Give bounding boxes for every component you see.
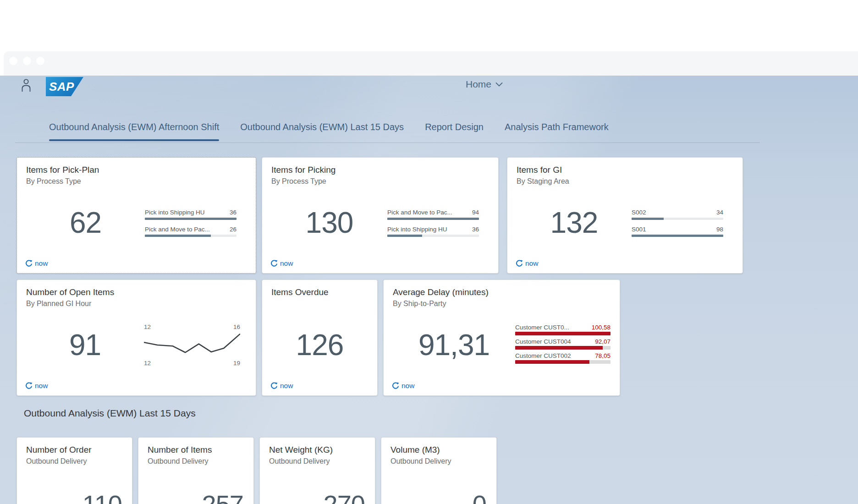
tile-subtitle: By Process Type <box>26 177 247 186</box>
tile-volume[interactable]: Volume (M3) Outbound Delivery 0 <box>381 437 497 504</box>
kpi-value: 0 <box>473 492 486 504</box>
bar-value: 92,07 <box>595 338 610 345</box>
home-menu-button[interactable]: Home <box>466 79 503 90</box>
bar-fill <box>632 235 723 237</box>
kpi-value: 130 <box>271 208 387 237</box>
bar-track <box>145 218 236 220</box>
refresh-now-button[interactable]: now <box>25 259 48 268</box>
tile-subtitle: Outbound Delivery <box>269 457 366 466</box>
window-titlebar <box>4 51 858 76</box>
bar-label: S001 <box>632 226 646 233</box>
titlebar-dot <box>9 57 17 65</box>
bar-label: Pick and Move to Pac... <box>387 209 452 216</box>
chevron-down-icon <box>495 82 503 87</box>
refresh-icon <box>25 382 33 389</box>
refresh-label: now <box>35 259 48 268</box>
bar-fill <box>387 235 422 237</box>
tile-title: Number of Open Items <box>26 287 247 297</box>
bar-track <box>387 218 479 220</box>
tile-items-for-pick-plan[interactable]: Items for Pick-Plan By Process Type 62 P… <box>16 157 256 274</box>
tile-title: Average Delay (minutes) <box>393 287 610 297</box>
tile-items-for-picking[interactable]: Items for Picking By Process Type 130 Pi… <box>262 157 499 274</box>
bar-label: Pick into Shipping HU <box>145 209 205 216</box>
kpi-value: 110 <box>82 492 122 504</box>
bar-value: 78,05 <box>595 352 610 359</box>
tile-title: Items Overdue <box>271 287 368 297</box>
tile-title: Items for Picking <box>271 165 489 175</box>
tile-subtitle: Outbound Delivery <box>148 457 244 466</box>
comparison-row: Pick and Move to Pac...26 <box>145 226 236 237</box>
tile-items-for-gi[interactable]: Items for GI By Staging Area 132 S00234 … <box>507 157 743 274</box>
refresh-now-button[interactable]: now <box>516 259 538 268</box>
refresh-label: now <box>280 259 293 268</box>
bar-track <box>632 218 723 220</box>
tile-subtitle: By Ship-to-Party <box>393 300 610 308</box>
tile-title: Net Weight (KG) <box>269 445 366 455</box>
tab-last-15-days[interactable]: Outbound Analysis (EWM) Last 15 Days <box>240 122 404 132</box>
bar-label: Customer CUST0... <box>515 324 569 331</box>
comparison-row: Pick into Shipping HU36 <box>145 209 236 220</box>
tile-title: Items for GI <box>517 165 733 175</box>
bar-value: 94 <box>472 209 479 216</box>
comparison-chart-error: Customer CUST0...100,58 Customer CUST004… <box>515 324 610 367</box>
tile-average-delay[interactable]: Average Delay (minutes) By Ship-to-Party… <box>383 279 620 396</box>
bar-fill <box>632 218 664 220</box>
tab-bar: Outbound Analysis (EWM) Afternoon Shift … <box>49 122 609 132</box>
bar-fill <box>145 218 236 220</box>
comparison-row: Pick into Shipping HU36 <box>387 226 479 237</box>
bar-fill <box>515 360 589 364</box>
sap-logo: SAP <box>46 77 83 96</box>
bar-track <box>515 346 610 350</box>
bar-track <box>515 332 610 335</box>
kpi-value: 257 <box>202 492 243 504</box>
kpi-value: 91 <box>26 330 144 360</box>
kpi-value: 126 <box>271 330 368 360</box>
open-items-line <box>144 332 240 358</box>
refresh-label: now <box>402 382 414 390</box>
bar-value: 36 <box>230 209 236 216</box>
bar-track <box>145 235 236 237</box>
kpi-value: 132 <box>517 208 632 237</box>
bar-track <box>632 235 723 237</box>
bar-fill <box>387 218 479 220</box>
tile-title: Volume (M3) <box>390 445 487 455</box>
refresh-icon <box>25 260 33 267</box>
tile-subtitle: By Planned GI Hour <box>26 300 247 308</box>
user-avatar-icon[interactable] <box>21 78 31 92</box>
tile-number-of-items[interactable]: Number of Items Outbound Delivery 257 <box>138 437 254 504</box>
tile-number-of-open-items[interactable]: Number of Open Items By Planned GI Hour … <box>16 279 256 396</box>
comparison-row: Pick and Move to Pac...94 <box>387 209 479 220</box>
kpi-value: 270 <box>324 492 365 504</box>
tile-net-weight[interactable]: Net Weight (KG) Outbound Delivery 270 <box>259 437 375 504</box>
line-chart-label-top-right: 16 <box>233 323 240 330</box>
bar-fill <box>515 346 603 350</box>
refresh-now-button[interactable]: now <box>392 382 414 390</box>
kpi-value: 91,31 <box>393 330 515 360</box>
bar-fill <box>145 235 211 237</box>
bar-track <box>387 235 479 237</box>
line-chart-label-bottom-right: 19 <box>233 360 240 367</box>
tile-title: Number of Items <box>148 445 244 455</box>
bar-value: 26 <box>230 226 236 233</box>
bar-value: 100,58 <box>592 324 610 331</box>
comparison-row: Customer CUST00492,07 <box>515 338 610 350</box>
refresh-label: now <box>525 259 538 268</box>
tab-afternoon-shift[interactable]: Outbound Analysis (EWM) Afternoon Shift <box>49 122 219 132</box>
refresh-label: now <box>280 382 293 390</box>
refresh-now-button[interactable]: now <box>25 382 48 390</box>
tile-items-overdue[interactable]: Items Overdue 126 now <box>262 279 378 396</box>
tab-report-design[interactable]: Report Design <box>425 122 484 132</box>
tile-number-of-order[interactable]: Number of Order Outbound Delivery 110 <box>16 437 132 504</box>
comparison-row: S00234 <box>632 209 723 220</box>
refresh-icon <box>270 260 278 267</box>
line-chart: 12 16 12 19 <box>144 323 240 367</box>
home-menu-label: Home <box>466 79 491 90</box>
bar-label: S002 <box>632 209 646 216</box>
bar-value: 34 <box>716 209 723 216</box>
bar-label: Pick and Move to Pac... <box>145 226 210 233</box>
bar-fill <box>515 332 610 335</box>
tab-analysis-path-framework[interactable]: Analysis Path Framework <box>505 122 609 132</box>
refresh-icon <box>392 382 399 389</box>
refresh-now-button[interactable]: now <box>270 382 293 390</box>
refresh-now-button[interactable]: now <box>270 259 293 268</box>
